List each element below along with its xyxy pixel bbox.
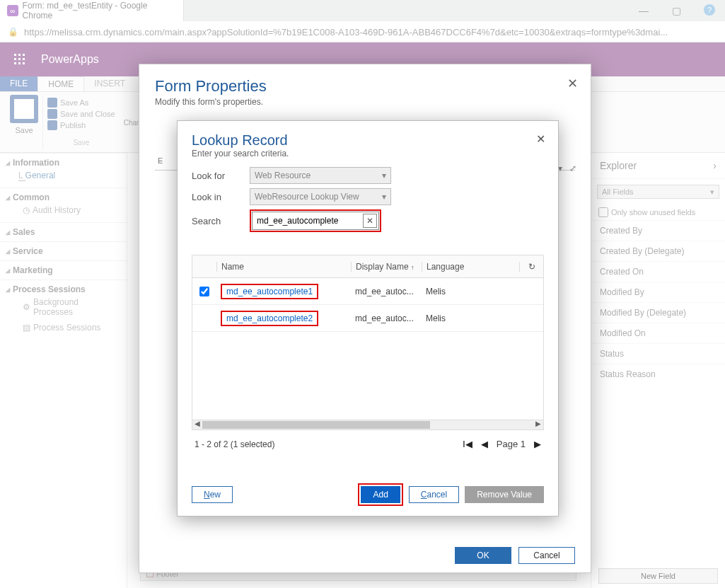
page-indicator: Page 1 [497,439,526,449]
horizontal-scrollbar[interactable] [192,420,544,430]
grid-paging: 1 - 2 of 2 (1 selected) Ⅰ◀ ◀ Page 1 ▶ [178,430,558,458]
row-lang: Melis [422,313,543,323]
search-input-wrap: ✕ [252,212,379,230]
col-language[interactable]: Language [422,262,519,272]
lookup-close-icon[interactable]: ✕ [536,132,545,146]
add-button-highlight: Add [358,483,402,506]
table-row[interactable]: md_ee_autocomplete2 md_ee_autoc... Melis [192,305,543,332]
refresh-button[interactable]: ↻ [519,262,543,272]
look-in-label: Look in [192,192,241,202]
form-properties-close-icon[interactable]: ✕ [567,76,578,91]
scrollbar-thumb[interactable] [202,421,430,429]
clear-search-icon[interactable]: ✕ [363,214,377,228]
add-button[interactable]: Add [361,486,400,503]
grid-header: Name Display Name ↑ Language ↻ [192,255,543,278]
look-for-select[interactable]: Web Resource▾ [250,167,391,184]
chevron-down-icon: ▾ [382,192,386,202]
lookup-record-modal: ✕ Lookup Record Enter your search criter… [177,120,559,517]
row-name-highlight: md_ee_autocomplete1 [221,284,318,299]
row-lang: Melis [422,287,543,296]
row-name-link[interactable]: md_ee_autocomplete2 [226,313,313,323]
ok-button[interactable]: OK [455,547,511,564]
cancel-button[interactable]: Cancel [518,547,575,564]
tab-events[interactable]: E [158,156,163,165]
table-row[interactable]: md_ee_autocomplete1 md_ee_autoc... Melis [192,278,543,305]
col-display-name[interactable]: Display Name ↑ [351,262,422,272]
look-in-select[interactable]: WebResource Lookup View▾ [250,188,391,205]
row-name-link[interactable]: md_ee_autocomplete1 [226,287,313,296]
cancel-lookup-button[interactable]: Cancel [409,486,459,503]
lookup-title: Lookup Record [192,132,544,149]
refresh-icon: ↻ [528,262,535,272]
first-page-icon[interactable]: Ⅰ◀ [463,439,472,449]
grid-body: md_ee_autocomplete1 md_ee_autoc... Melis… [192,278,543,420]
lookup-results-grid: Name Display Name ↑ Language ↻ md_ee_aut… [192,255,544,420]
row-display: md_ee_autoc... [351,313,422,323]
expand-icon[interactable]: ⤢ [569,163,576,173]
search-input[interactable] [257,216,363,226]
row-checkbox-placeholder[interactable] [199,313,209,323]
look-for-label: Look for [192,171,241,181]
prev-page-icon[interactable]: ◀ [481,439,488,449]
sort-asc-icon: ↑ [411,264,414,271]
row-display: md_ee_autoc... [351,287,422,296]
new-button[interactable]: New [192,486,233,503]
next-page-icon[interactable]: ▶ [534,439,541,449]
row-name-highlight: md_ee_autocomplete2 [221,311,318,326]
lookup-footer: New Add Cancel Remove Value [192,483,544,506]
row-checkbox[interactable] [199,287,209,296]
form-properties-title: Form Properties [139,64,591,97]
remove-value-button[interactable]: Remove Value [465,486,544,503]
col-name[interactable]: Name [216,262,351,272]
lookup-subtitle: Enter your search criteria. [192,149,544,158]
search-highlight: ✕ [250,209,381,232]
form-properties-subtitle: Modify this form's properties. [139,97,591,115]
chevron-down-icon: ▾ [382,171,386,180]
search-label: Search [192,216,241,226]
paging-summary: 1 - 2 of 2 (1 selected) [195,439,274,449]
